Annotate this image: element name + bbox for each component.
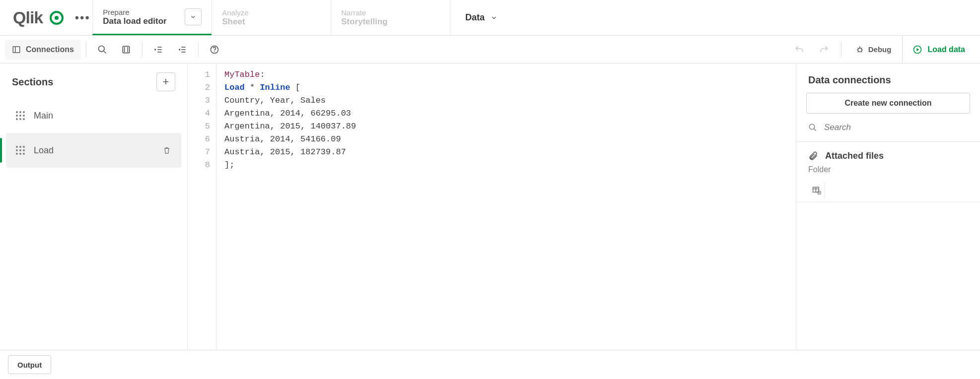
help-button[interactable] [204, 40, 225, 60]
line-number: 5 [188, 120, 210, 133]
connections-panel-toggle[interactable]: Connections [5, 40, 81, 60]
sections-panel: Sections + Main Load [0, 63, 188, 350]
code-token: Load [224, 83, 245, 92]
svg-point-24 [809, 124, 815, 129]
nav-tab-small: Analyze [222, 8, 248, 17]
attached-files-label: Attached files [825, 151, 884, 161]
code-token: ]; [224, 160, 234, 170]
chevron-down-icon [490, 14, 497, 21]
svg-point-14 [214, 51, 215, 52]
sections-title: Sections [12, 76, 53, 88]
drag-handle-icon[interactable] [16, 111, 25, 120]
code-row: Country, Year, Sales [224, 96, 326, 105]
svg-line-20 [861, 48, 862, 49]
logo-area: Qlik [0, 0, 72, 35]
data-dropdown[interactable]: Data [450, 0, 512, 35]
undo-button[interactable] [788, 40, 810, 60]
table-select-icon [812, 186, 822, 195]
select-data-button[interactable] [808, 182, 825, 199]
code-content[interactable]: MyTable: Load * Inline [ Country, Year, … [216, 63, 796, 350]
code-editor[interactable]: 1 2 3 4 5 6 7 8 MyTable: Load * Inline [… [188, 63, 796, 350]
svg-line-25 [814, 128, 816, 131]
section-label: Main [34, 111, 53, 121]
line-number: 2 [188, 81, 210, 94]
folder-label: Folder [796, 165, 980, 179]
line-gutter: 1 2 3 4 5 6 7 8 [188, 63, 216, 350]
search-button[interactable] [91, 40, 113, 60]
line-number: 4 [188, 107, 210, 120]
drag-handle-icon[interactable] [16, 146, 25, 155]
connections-panel: Data connections Create new connection A… [796, 63, 980, 350]
toolbar: Connections Debug [0, 36, 980, 63]
nav-tab-narrate[interactable]: Narrate Storytelling [331, 0, 450, 35]
connection-search[interactable] [796, 123, 980, 141]
section-item-load[interactable]: Load [6, 133, 181, 168]
connections-label: Connections [26, 45, 74, 54]
attachment-icon [808, 151, 818, 161]
nav-tab-small: Prepare [103, 8, 166, 16]
nav-tab-big: Storytelling [341, 17, 388, 27]
prepare-dropdown-button[interactable] [185, 8, 202, 25]
code-row: Austria, 2014, 54166.09 [224, 134, 341, 144]
trash-icon [162, 146, 171, 155]
line-number: 6 [188, 133, 210, 146]
svg-line-3 [103, 51, 106, 53]
line-number: 3 [188, 94, 210, 107]
indent-button[interactable] [147, 40, 169, 60]
code-token: [ [295, 83, 300, 92]
footer: Output [0, 350, 980, 379]
line-number: 1 [188, 68, 210, 81]
delete-section-button[interactable] [162, 146, 171, 155]
outdent-icon [177, 45, 187, 55]
nav-tab-prepare[interactable]: Prepare Data load editor [92, 0, 211, 35]
line-number: 7 [188, 146, 210, 159]
nav-tab-big: Data load editor [103, 16, 166, 26]
section-item-main[interactable]: Main [6, 98, 181, 133]
svg-line-21 [857, 51, 858, 52]
comment-icon [121, 45, 131, 55]
code-row: Argentina, 2014, 66295.03 [224, 109, 351, 118]
nav-tab-analyze[interactable]: Analyze Sheet [211, 0, 331, 35]
output-toggle-button[interactable]: Output [8, 355, 51, 374]
connections-title: Data connections [796, 63, 980, 93]
data-dropdown-label: Data [465, 12, 485, 23]
section-label: Load [34, 145, 54, 156]
redo-icon [819, 45, 829, 55]
load-data-button[interactable]: Load data [902, 36, 975, 63]
svg-line-19 [857, 48, 858, 49]
outdent-button[interactable] [171, 40, 193, 60]
code-row: Argentina, 2015, 140037.89 [224, 122, 356, 131]
debug-button[interactable]: Debug [847, 40, 900, 60]
play-circle-icon [912, 45, 922, 55]
connection-search-input[interactable] [824, 123, 968, 132]
debug-label: Debug [868, 45, 892, 54]
logo-text: Qlik [13, 8, 43, 27]
svg-line-22 [861, 51, 862, 52]
search-icon [97, 45, 107, 55]
code-token: Inline [260, 83, 290, 92]
attached-files-row[interactable]: Attached files [796, 142, 980, 165]
svg-rect-4 [123, 46, 129, 53]
bug-icon [855, 45, 864, 54]
create-connection-label: Create new connection [844, 99, 931, 108]
search-icon [808, 123, 817, 132]
add-section-button[interactable]: + [156, 72, 175, 91]
svg-point-2 [98, 46, 104, 52]
qlik-logo[interactable]: Qlik [13, 8, 64, 27]
logo-mark-icon [50, 11, 64, 25]
line-number: 8 [188, 159, 210, 172]
load-data-label: Load data [927, 45, 965, 54]
more-menu-button[interactable]: ••• [72, 0, 92, 35]
code-token: MyTable [224, 70, 260, 79]
comment-toggle-button[interactable] [115, 40, 137, 60]
panel-icon [12, 45, 21, 54]
top-header: Qlik ••• Prepare Data load editor Analyz… [0, 0, 980, 36]
chevron-down-icon [190, 13, 197, 20]
redo-button[interactable] [813, 40, 835, 60]
create-connection-button[interactable]: Create new connection [806, 93, 970, 114]
nav-tab-big: Sheet [222, 17, 248, 27]
undo-icon [794, 45, 804, 55]
main-area: Sections + Main Load 1 2 3 4 5 6 7 8 MyT… [0, 63, 980, 350]
code-row: Austria, 2015, 182739.87 [224, 147, 346, 157]
help-icon [210, 45, 219, 55]
